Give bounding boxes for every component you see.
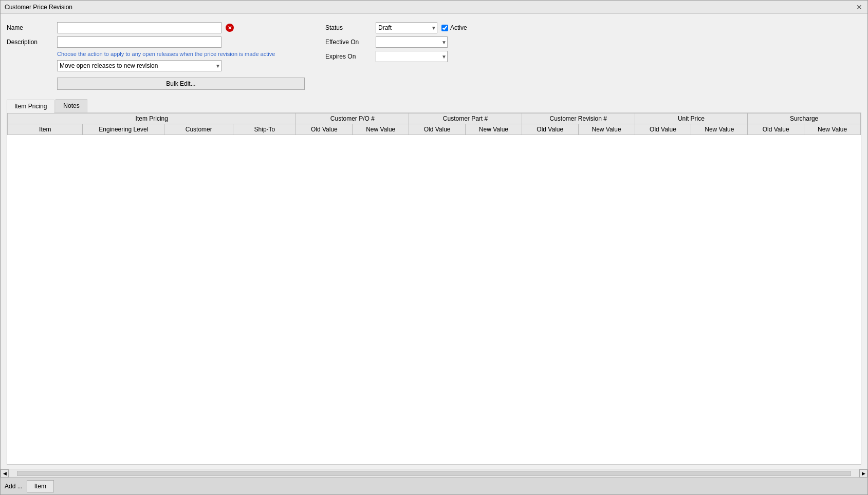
add-item-button[interactable]: Item bbox=[27, 480, 54, 492]
group-header-customer-part: Customer Part # bbox=[409, 113, 522, 124]
effective-on-select[interactable] bbox=[376, 36, 448, 48]
add-label: Add ... bbox=[5, 483, 23, 490]
description-input[interactable] bbox=[57, 36, 221, 48]
group-header-unit-price: Unit Price bbox=[635, 113, 748, 124]
form-right: Status Draft Active Inactive ▼ Active bbox=[325, 22, 467, 90]
expires-on-select[interactable] bbox=[376, 51, 448, 62]
col-header-price-old: Old Value bbox=[635, 124, 691, 135]
scrollbar-left-button[interactable]: ◀ bbox=[1, 469, 9, 478]
group-header-item-pricing: Item Pricing bbox=[8, 113, 296, 124]
tabs-container: Item Pricing Notes bbox=[7, 99, 861, 465]
bottom-bar: Add ... Item bbox=[1, 477, 867, 494]
col-header-ship-to: Ship-To bbox=[233, 124, 296, 135]
col-header-item: Item bbox=[8, 124, 83, 135]
expires-on-wrapper: ▼ bbox=[376, 51, 448, 62]
effective-on-label: Effective On bbox=[325, 39, 372, 46]
expires-on-label: Expires On bbox=[325, 53, 372, 60]
col-header-customer: Customer bbox=[164, 124, 233, 135]
grid-group-header-row: Item Pricing Customer P/O # Customer Par… bbox=[8, 113, 861, 124]
name-clear-button[interactable]: ✕ bbox=[226, 23, 235, 32]
scrollbar-track[interactable] bbox=[17, 471, 851, 476]
name-input[interactable] bbox=[57, 22, 221, 33]
form-left: Name ✕ Description Choose the action to … bbox=[7, 22, 305, 90]
name-label: Name bbox=[7, 24, 53, 31]
group-header-surcharge: Surcharge bbox=[748, 113, 861, 124]
col-header-rev-new: New Value bbox=[578, 124, 635, 135]
effective-on-wrapper: ▼ bbox=[376, 36, 448, 48]
group-header-customer-po: Customer P/O # bbox=[296, 113, 409, 124]
horizontal-scrollbar[interactable]: ◀ ▶ bbox=[1, 469, 867, 477]
status-row: Status Draft Active Inactive ▼ Active bbox=[325, 22, 467, 33]
description-row: Description bbox=[7, 36, 305, 48]
title-bar: Customer Price Revision ✕ bbox=[1, 1, 867, 14]
status-label: Status bbox=[325, 24, 372, 31]
col-header-sur-old: Old Value bbox=[748, 124, 804, 135]
tab-item-pricing[interactable]: Item Pricing bbox=[7, 100, 54, 113]
active-label: Active bbox=[450, 24, 467, 31]
col-header-part-new: New Value bbox=[466, 124, 522, 135]
bulk-edit-button[interactable]: Bulk Edit... bbox=[57, 78, 305, 90]
col-header-engineering-level: Engineering Level bbox=[83, 124, 164, 135]
effective-on-row: Effective On ▼ bbox=[325, 36, 467, 48]
tabs-header: Item Pricing Notes bbox=[7, 99, 861, 113]
expires-on-row: Expires On ▼ bbox=[325, 51, 467, 62]
col-header-po-new: New Value bbox=[353, 124, 409, 135]
tab-notes[interactable]: Notes bbox=[56, 99, 87, 112]
col-header-price-new: New Value bbox=[691, 124, 748, 135]
description-label: Description bbox=[7, 39, 53, 46]
main-window: Customer Price Revision ✕ Name ✕ Descrip… bbox=[0, 0, 868, 495]
col-header-sur-new: New Value bbox=[804, 124, 861, 135]
clear-icon: ✕ bbox=[226, 24, 234, 32]
helper-text[interactable]: Choose the action to apply to any open r… bbox=[57, 51, 305, 57]
status-wrapper: Draft Active Inactive ▼ bbox=[376, 22, 437, 33]
open-releases-select[interactable]: Move open releases to new revision bbox=[57, 60, 221, 71]
window-title: Customer Price Revision bbox=[5, 4, 72, 11]
grid-container[interactable]: Item Pricing Customer P/O # Customer Par… bbox=[7, 113, 861, 464]
col-header-rev-old: Old Value bbox=[522, 124, 578, 135]
active-checkbox[interactable] bbox=[441, 25, 448, 31]
content-area: Name ✕ Description Choose the action to … bbox=[1, 14, 867, 469]
active-checkbox-row: Active bbox=[441, 24, 467, 31]
grid-column-header-row: Item Engineering Level Customer Ship-To … bbox=[8, 124, 861, 135]
tab-content: Item Pricing Customer P/O # Customer Par… bbox=[7, 113, 861, 465]
name-row: Name ✕ bbox=[7, 22, 305, 33]
close-button[interactable]: ✕ bbox=[855, 3, 863, 11]
col-header-po-old: Old Value bbox=[296, 124, 353, 135]
col-header-part-old: Old Value bbox=[409, 124, 466, 135]
grid-table: Item Pricing Customer P/O # Customer Par… bbox=[7, 113, 861, 135]
status-select[interactable]: Draft Active Inactive bbox=[376, 22, 437, 33]
open-releases-wrapper: Move open releases to new revision ▼ bbox=[57, 60, 221, 71]
group-header-customer-revision: Customer Revision # bbox=[522, 113, 635, 124]
open-releases-row: Move open releases to new revision ▼ bbox=[57, 60, 305, 71]
scrollbar-right-button[interactable]: ▶ bbox=[859, 469, 867, 478]
form-section: Name ✕ Description Choose the action to … bbox=[7, 18, 861, 94]
